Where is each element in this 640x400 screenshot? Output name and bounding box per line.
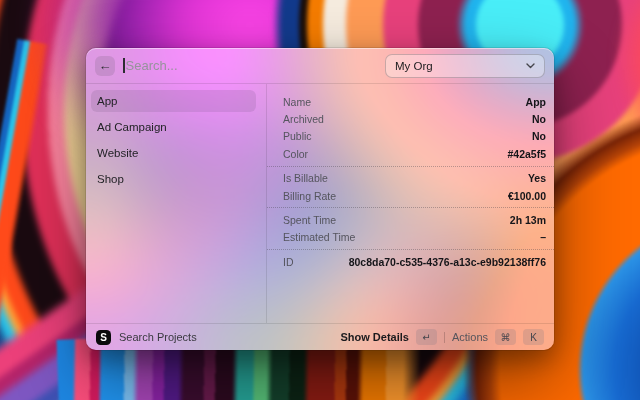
project-item-app[interactable]: App xyxy=(91,90,256,112)
detail-value: – xyxy=(540,231,546,243)
palette-footer: S Search Projects Show Details ↵ Actions… xyxy=(86,323,554,350)
detail-row-is-billable: Is Billable Yes xyxy=(267,170,554,187)
palette-body: App Ad Campaign Website Shop Name App Ar… xyxy=(86,84,554,323)
app-logo-icon: S xyxy=(96,330,111,345)
details-group-general: Name App Archived No Public No Color #42… xyxy=(267,90,554,166)
org-selector-dropdown[interactable]: My Org xyxy=(385,54,545,78)
detail-label: Estimated Time xyxy=(283,231,355,243)
footer-divider xyxy=(444,332,445,343)
detail-label: Billing Rate xyxy=(283,190,336,202)
detail-row-archived: Archived No xyxy=(267,110,554,127)
back-button[interactable]: ← xyxy=(95,56,115,76)
details-group-time: Spent Time 2h 13m Estimated Time – xyxy=(267,207,554,249)
text-caret xyxy=(123,58,125,73)
project-list: App Ad Campaign Website Shop xyxy=(86,84,267,323)
detail-label: Archived xyxy=(283,113,324,125)
detail-value: €100.00 xyxy=(508,190,546,202)
detail-label: Spent Time xyxy=(283,214,336,226)
org-selector-value: My Org xyxy=(395,60,433,72)
detail-row-name: Name App xyxy=(267,93,554,110)
detail-label: Public xyxy=(283,130,312,142)
detail-label: ID xyxy=(283,256,294,268)
project-item-website[interactable]: Website xyxy=(91,142,256,164)
detail-row-billing-rate: Billing Rate €100.00 xyxy=(267,187,554,204)
search-placeholder: Search... xyxy=(126,58,178,73)
back-arrow-icon: ← xyxy=(99,58,112,73)
project-item-ad-campaign[interactable]: Ad Campaign xyxy=(91,116,256,138)
detail-value: No xyxy=(532,130,546,142)
project-details-panel: Name App Archived No Public No Color #42… xyxy=(267,84,554,323)
k-key-badge[interactable]: K xyxy=(523,329,544,345)
project-item-shop[interactable]: Shop xyxy=(91,168,256,190)
palette-header: ← Search... My Org xyxy=(86,48,554,84)
detail-row-id: ID 80c8da70-c535-4376-a13c-e9b92138ff76 xyxy=(267,253,554,270)
detail-value: 2h 13m xyxy=(510,214,546,226)
detail-row-estimated-time: Estimated Time – xyxy=(267,229,554,246)
command-key-badge[interactable]: ⌘ xyxy=(495,329,516,345)
detail-value: No xyxy=(532,113,546,125)
chevron-down-icon xyxy=(526,63,535,69)
footer-actions: Show Details ↵ Actions ⌘ K xyxy=(340,329,544,345)
detail-row-color: Color #42a5f5 xyxy=(267,145,554,162)
detail-value-color-hex: #42a5f5 xyxy=(507,148,546,160)
search-input[interactable]: Search... xyxy=(123,48,385,83)
detail-row-public: Public No xyxy=(267,128,554,145)
detail-row-spent-time: Spent Time 2h 13m xyxy=(267,211,554,228)
detail-value: App xyxy=(526,96,546,108)
show-details-action[interactable]: Show Details xyxy=(340,331,408,343)
details-group-id: ID 80c8da70-c535-4376-a13c-e9b92138ff76 xyxy=(267,249,554,273)
detail-label: Color xyxy=(283,148,308,160)
actions-menu-action[interactable]: Actions xyxy=(452,331,488,343)
detail-label: Is Billable xyxy=(283,172,328,184)
detail-label: Name xyxy=(283,96,311,108)
command-palette-window: ← Search... My Org App Ad Campaign Websi… xyxy=(86,48,554,350)
details-group-billing: Is Billable Yes Billing Rate €100.00 xyxy=(267,166,554,208)
detail-value: Yes xyxy=(528,172,546,184)
detail-value-uuid: 80c8da70-c535-4376-a13c-e9b92138ff76 xyxy=(349,256,546,268)
enter-key-badge[interactable]: ↵ xyxy=(416,329,437,345)
app-name: Search Projects xyxy=(119,331,197,343)
